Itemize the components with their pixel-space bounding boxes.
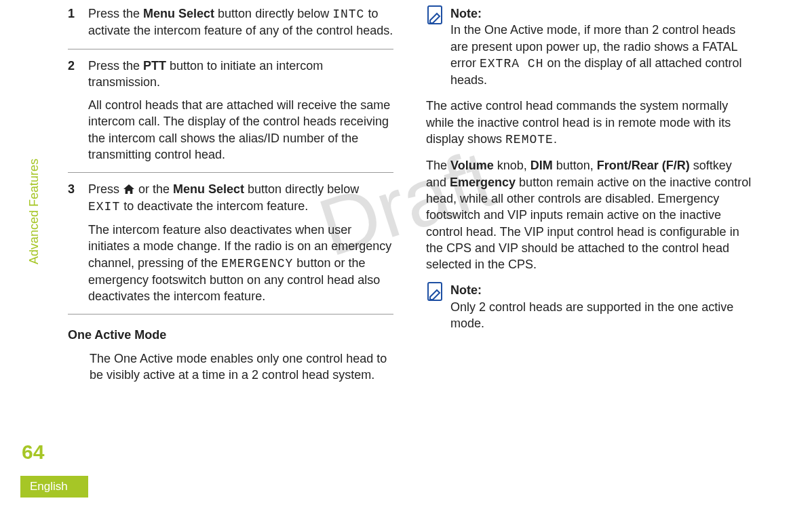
note-title: Note: bbox=[450, 283, 482, 297]
text: to deactivate the intercom feature. bbox=[120, 199, 308, 213]
text: Press the bbox=[88, 59, 143, 73]
text: Only 2 control heads are supported in th… bbox=[450, 300, 733, 330]
step-number: 3 bbox=[68, 181, 79, 304]
text: The bbox=[426, 159, 450, 172]
note-title: Note: bbox=[450, 7, 482, 20]
text: Press bbox=[88, 182, 123, 196]
paragraph: The One Active mode enables only one con… bbox=[90, 350, 393, 384]
text: button, bbox=[553, 159, 597, 172]
note-block: Note: Only 2 control heads are supported… bbox=[426, 282, 752, 331]
home-icon bbox=[123, 182, 135, 193]
text: . bbox=[554, 132, 557, 146]
text-mono: INTC bbox=[332, 7, 364, 21]
step-body: Press or the Menu Select button directly… bbox=[88, 181, 393, 304]
text-mono: EMERGENCY bbox=[221, 257, 293, 270]
text-bold: Front/Rear (F/R) bbox=[597, 159, 690, 172]
right-column: Note: In the One Active mode, if more th… bbox=[426, 5, 752, 392]
text: knob, bbox=[494, 159, 530, 172]
text-mono: REMOTE bbox=[505, 133, 554, 146]
note-icon bbox=[426, 5, 444, 26]
step-number: 1 bbox=[68, 5, 79, 39]
text-bold: Volume bbox=[450, 159, 494, 172]
text-bold: Menu Select bbox=[173, 182, 244, 196]
step-body: Press the Menu Select button directly be… bbox=[88, 5, 393, 39]
step-2: 2 Press the PTT button to initiate an in… bbox=[68, 49, 393, 174]
text: button remain active on the inactive con… bbox=[426, 176, 751, 271]
page-content: 1 Press the Menu Select button directly … bbox=[0, 0, 812, 392]
text-bold: PTT bbox=[143, 59, 166, 73]
paragraph: The active control head commands the sys… bbox=[426, 98, 752, 148]
text: Press the bbox=[88, 7, 143, 20]
text-bold: Emergency bbox=[450, 176, 516, 189]
step-body: Press the PTT button to initiate an inte… bbox=[88, 58, 393, 163]
text: or the bbox=[135, 182, 173, 196]
step-1: 1 Press the Menu Select button directly … bbox=[68, 5, 393, 49]
text-mono: EXTRA CH bbox=[480, 57, 543, 70]
step-3: 3 Press or the Menu Select button direct… bbox=[68, 173, 393, 315]
text-bold: Menu Select bbox=[143, 7, 214, 20]
left-column: 1 Press the Menu Select button directly … bbox=[68, 5, 393, 392]
note-body: Note: Only 2 control heads are supported… bbox=[450, 282, 752, 331]
text: button directly below bbox=[214, 7, 332, 20]
language-tab: English bbox=[20, 476, 88, 498]
text: button directly below bbox=[244, 182, 359, 196]
note-block: Note: In the One Active mode, if more th… bbox=[426, 5, 752, 88]
text-bold: DIM bbox=[530, 159, 553, 172]
note-body: Note: In the One Active mode, if more th… bbox=[450, 5, 752, 88]
text: The active control head commands the sys… bbox=[426, 99, 731, 146]
text: All control heads that are attached will… bbox=[88, 97, 393, 163]
heading-one-active-mode: One Active Mode bbox=[68, 327, 393, 343]
step-number: 2 bbox=[68, 58, 79, 163]
page-number: 64 bbox=[22, 441, 44, 464]
paragraph: The Volume knob, DIM button, Front/Rear … bbox=[426, 157, 752, 272]
text-mono: EXIT bbox=[88, 200, 120, 214]
note-icon bbox=[426, 282, 444, 302]
